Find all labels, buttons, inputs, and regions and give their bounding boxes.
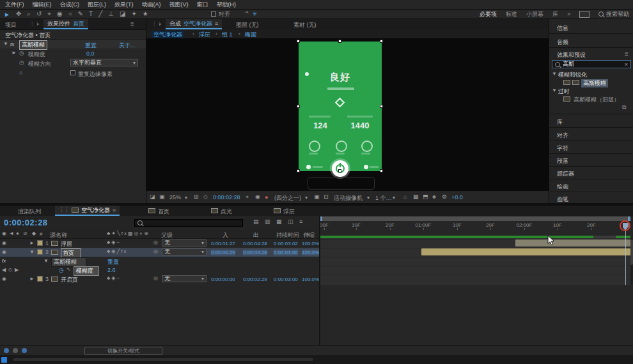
in-value[interactable]: 0:00:01:27	[211, 241, 235, 246]
group-expander-icon[interactable]: ▼	[552, 72, 557, 77]
add-keyframe-icon[interactable]: ◇	[8, 268, 12, 273]
camera-tool-icon[interactable]: ⌖	[47, 11, 51, 17]
tab-composition[interactable]: 合成 空气净化器 ≡	[166, 19, 222, 29]
menu-item-view[interactable]: 视图(V)	[169, 1, 189, 9]
panel-effects-presets[interactable]: 效果和预设	[557, 51, 586, 59]
menu-item-layer[interactable]: 图层(L)	[88, 1, 106, 9]
timeline-splitter[interactable]	[319, 216, 320, 345]
always-preview-icon[interactable]: ◪	[150, 194, 155, 200]
tab-footage[interactable]: 素材 (无)	[293, 21, 316, 29]
tab-timeline-active[interactable]: ⋮⋮ 空气净化器 ≡	[55, 206, 120, 216]
panel-paragraph[interactable]: 段落	[557, 157, 568, 165]
stopwatch-icon[interactable]: ◷	[19, 50, 24, 56]
shape-tool-icon[interactable]: ○	[68, 11, 72, 17]
selection-handle[interactable]	[297, 40, 300, 43]
clear-search-icon[interactable]: ×	[625, 61, 628, 68]
stretch-value[interactable]: 100.0%	[302, 241, 319, 246]
panel-menu-icon[interactable]: ≡	[625, 51, 629, 57]
workspace-tab-essentials[interactable]: 必要项	[480, 10, 497, 19]
layer-switches-icons[interactable]: ♣◈−	[107, 240, 121, 245]
property-row[interactable]: ◀ ◇ ▶ ◷ ∿ 模糊度 2.6	[0, 266, 320, 275]
brush-tool-icon[interactable]: ╱	[98, 11, 102, 17]
panel-menu-icon[interactable]: ≡	[215, 21, 218, 27]
menu-item-edit[interactable]: 编辑(E)	[33, 1, 52, 9]
panel-lock-icon[interactable]: ▪	[159, 22, 161, 27]
panel-info[interactable]: 信息	[557, 24, 568, 33]
label-color-swatch[interactable]	[37, 276, 43, 282]
workspace-bar-icon[interactable]	[579, 11, 590, 18]
expander-icon[interactable]: ►	[29, 277, 35, 282]
parent-pickwhip-icon[interactable]: ◎	[153, 240, 158, 245]
graph-editor-icon[interactable]	[22, 348, 27, 353]
selection-handle[interactable]	[380, 169, 383, 172]
pen-tool-icon[interactable]: ✎	[78, 11, 83, 17]
toggle-switches-button[interactable]: 切换开关/模式	[84, 347, 162, 355]
next-keyframe-icon[interactable]: ▶	[15, 268, 19, 273]
blurriness-value[interactable]: 0.0	[86, 50, 95, 57]
menu-item-file[interactable]: 文件(F)	[5, 1, 24, 9]
eraser-tool-icon[interactable]: ◪	[120, 11, 125, 17]
zoom-level-value[interactable]: 25%	[169, 194, 181, 201]
panel-libraries[interactable]: 库	[557, 118, 563, 126]
expander-icon[interactable]: ▼	[43, 259, 49, 264]
exposure-value[interactable]: +0.0	[451, 194, 463, 201]
horizontal-scrollbar[interactable]	[13, 358, 313, 361]
panel-lock-icon[interactable]: ▪	[37, 22, 39, 27]
selection-handle[interactable]	[380, 40, 383, 43]
chevron-down-icon[interactable]: ▾	[185, 195, 187, 201]
out-value[interactable]: 0:00:04:28	[243, 241, 267, 246]
new-animation-icon[interactable]: ⧉	[622, 105, 626, 110]
layer-row-2[interactable]: ◉ ▼ 2 首页 ♣◈╱fx ◎ 无 ▾ 0:00:00:29 0:00:03:…	[0, 248, 320, 257]
zoom-tool-icon[interactable]: ⌕	[27, 11, 31, 17]
stopwatch-icon[interactable]: ◷	[19, 59, 24, 66]
menu-item-animation[interactable]: 动画(A)	[142, 1, 161, 9]
search-help-label[interactable]: 搜索帮助	[606, 10, 629, 19]
layer-name[interactable]: 开启页	[61, 276, 78, 284]
stopwatch-icon[interactable]: ○	[19, 70, 22, 76]
main-viewer-icon[interactable]: ▣	[159, 194, 165, 200]
effect-row[interactable]: fx ▼ 高斯模糊 重置	[0, 257, 320, 266]
workspace-tab-small-screen[interactable]: 小屏幕	[526, 10, 543, 19]
view-layout-value[interactable]: 1 个…	[375, 194, 392, 202]
effect-item-gaussian-legacy[interactable]: 高斯模糊（旧版）	[574, 96, 620, 104]
tab-timeline-floating[interactable]: 浮层	[283, 208, 295, 216]
selection-handle[interactable]	[338, 40, 341, 43]
label-color-swatch[interactable]	[37, 240, 43, 246]
flowchart-button-icon[interactable]: ♣	[432, 194, 436, 200]
frame-blend-icon[interactable]: ◫	[288, 219, 293, 225]
parent-select[interactable]: 无 ▾	[162, 239, 207, 246]
work-area-end-handle[interactable]	[628, 216, 630, 221]
effect-header-row[interactable]: ▼ fx 高斯模糊 重置 关于...	[0, 40, 146, 49]
timeline-scrollbar[interactable]	[630, 238, 633, 285]
snap-checkbox[interactable]	[211, 11, 216, 17]
active-camera-value[interactable]: 活动摄像机	[334, 194, 363, 202]
comp-timecode[interactable]: 0:00:02:28	[213, 194, 240, 201]
effects-search-box[interactable]: 高斯 ×	[552, 60, 631, 68]
hand-tool-icon[interactable]: ✥	[16, 11, 21, 17]
selection-handle[interactable]	[297, 105, 300, 108]
sync-icon[interactable]: ✳	[252, 11, 257, 17]
selection-tool-icon[interactable]: ►	[4, 11, 10, 18]
effect-item-gaussian-blur[interactable]: 高斯模糊	[581, 79, 608, 87]
prev-keyframe-icon[interactable]: ◀	[2, 268, 6, 273]
expander-icon[interactable]: ▼	[29, 250, 35, 255]
layer-row-1[interactable]: ◉ ► 1 浮层 ♣◈− ◎ 无 ▾ 0:00:01:27 0:00:04:28…	[0, 239, 320, 248]
eye-icon[interactable]: ◉	[2, 250, 6, 255]
panel-menu-icon[interactable]: ≡	[113, 208, 116, 213]
parent-select[interactable]: 无 ▾	[162, 248, 207, 255]
panel-character[interactable]: 字符	[557, 144, 568, 153]
menu-item-composition[interactable]: 合成(C)	[60, 1, 80, 9]
layer-switches-icons[interactable]: ♣◈−	[107, 276, 121, 281]
chevron-down-icon[interactable]: ▾	[367, 195, 370, 201]
eye-icon[interactable]: ◉	[2, 241, 6, 246]
panel-paint[interactable]: 绘画	[557, 183, 568, 191]
channels-icon[interactable]: ●	[265, 194, 268, 201]
comp-mini-flowchart-icon[interactable]: ▤	[253, 219, 259, 225]
pan-behind-tool-icon[interactable]: ◉	[57, 11, 63, 17]
out-value[interactable]: 0:00:02:29	[243, 277, 267, 282]
label-color-swatch[interactable]	[37, 249, 43, 255]
out-value[interactable]: 0:00:03:28	[243, 250, 267, 255]
chevron-down-icon[interactable]: ▾	[305, 195, 308, 201]
property-expander-icon[interactable]: ►	[12, 50, 17, 56]
menu-item-window[interactable]: 窗口	[197, 1, 208, 9]
